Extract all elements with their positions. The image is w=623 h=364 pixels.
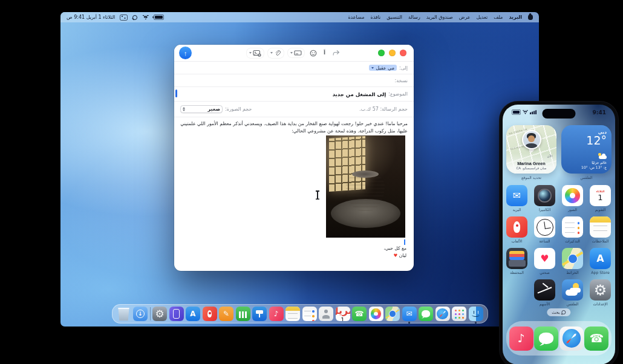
- zoom-window-button[interactable]: [378, 50, 385, 56]
- to-field[interactable]: إلى: مي عقيل: [174, 62, 414, 74]
- photos[interactable]: [369, 307, 383, 321]
- screenshot-canvas: البريد ملف تعديل عرض صندوق البريد رسالة …: [0, 0, 623, 364]
- weather-temp: 12°: [566, 135, 607, 147]
- menu-bar-clock[interactable]: الثلاثاء 1 أبريل 9:41 ص: [67, 15, 115, 20]
- image-size-select[interactable]: صغير: [180, 105, 223, 113]
- running-indicator-dot: [408, 322, 410, 323]
- app-games[interactable]: الألعاب: [506, 216, 527, 243]
- cc-field[interactable]: نسخة:: [174, 74, 414, 87]
- menu-help[interactable]: مساعدة: [348, 15, 364, 20]
- app-notes[interactable]: الملاحظات: [590, 216, 611, 243]
- app-camera[interactable]: الكاميرا: [534, 185, 555, 212]
- menu-view[interactable]: عرض: [459, 15, 471, 20]
- downloads-folder[interactable]: ↓: [133, 307, 148, 321]
- wifi-icon: [523, 110, 528, 114]
- menu-message[interactable]: رسالة: [408, 15, 420, 20]
- text-caret: [175, 89, 177, 97]
- system-settings[interactable]: ⚙: [152, 307, 167, 321]
- findmy-city: سان فرانسيسكو، CA: [506, 166, 556, 171]
- message-body[interactable]: مرحبا ماما! عندي خبر حلو! رجعت لهواية صن…: [174, 117, 414, 135]
- finder[interactable]: [469, 307, 483, 321]
- menu-bar: البريد ملف تعديل عرض صندوق البريد رسالة …: [60, 12, 539, 22]
- contacts[interactable]: [319, 307, 333, 321]
- pages[interactable]: ✎: [219, 307, 233, 321]
- games[interactable]: [203, 307, 217, 321]
- iphone-status-icons: [512, 109, 537, 115]
- message-size-text: حجم الرسالة: 57 ك.ب.: [359, 106, 408, 112]
- calendar[interactable]: أبريل 1: [336, 307, 350, 321]
- reminders[interactable]: [302, 307, 317, 321]
- app-calendar[interactable]: الثلاثاء 1 التقويم: [590, 185, 611, 212]
- emoji-button[interactable]: [308, 48, 318, 58]
- home-search-button[interactable]: بحث: [547, 308, 570, 316]
- mail-compose-window: ↑: [174, 45, 414, 271]
- dock-separator: [150, 307, 151, 320]
- wifi-icon[interactable]: [142, 15, 149, 20]
- battery-icon[interactable]: [154, 15, 164, 20]
- app-maps[interactable]: الخرائط: [562, 248, 583, 275]
- app-clock[interactable]: الساعة: [534, 216, 555, 243]
- cc-label: نسخة:: [394, 78, 408, 83]
- control-center-icon[interactable]: [120, 15, 128, 21]
- notes[interactable]: [285, 307, 300, 321]
- menu-edit[interactable]: تعديل: [477, 15, 488, 20]
- attach-file-button[interactable]: [268, 48, 284, 58]
- subject-label: الموضوع:: [388, 91, 408, 97]
- send-button[interactable]: ↑: [179, 47, 192, 59]
- menu-status-items: الثلاثاء 1 أبريل 9:41 ص: [67, 15, 164, 21]
- search-label: بحث: [552, 310, 559, 315]
- app-reminders[interactable]: التذكيرات: [562, 216, 583, 243]
- insert-photo-button[interactable]: [247, 48, 264, 58]
- attached-pottery-photo[interactable]: [326, 135, 405, 238]
- app-store[interactable]: A: [186, 307, 200, 321]
- maps[interactable]: [385, 307, 400, 321]
- close-window-button[interactable]: [400, 50, 406, 56]
- trash[interactable]: [117, 307, 131, 321]
- findmy-widget[interactable]: NA GREEN DR MARINA BLVD الآن Marina Gree…: [506, 125, 556, 174]
- weather-high-low: ع: °13 ص: °10: [566, 165, 607, 169]
- app-grid: الثلاثاء 1 التقويم الصور: [506, 185, 611, 306]
- dynamic-island: [543, 109, 576, 119]
- subject-field[interactable]: الموضوع: إلى المشغل من جديد: [174, 87, 414, 102]
- iphone-clock: 9:41: [593, 109, 606, 115]
- phone-dock-music[interactable]: ♪: [509, 327, 533, 351]
- menu-window[interactable]: نافذة: [370, 15, 380, 20]
- weather-widget[interactable]: دبي 12° غائم جزئيًا ع: °13 ص: °10: [561, 125, 612, 174]
- signature-line1: مع كل حبي،: [383, 245, 406, 252]
- app-settings[interactable]: ⚙ الإعدادات: [590, 279, 611, 306]
- share-button[interactable]: [331, 48, 341, 57]
- menu-file[interactable]: ملف: [494, 15, 503, 20]
- app-health[interactable]: ♥ صحتي: [534, 248, 555, 275]
- minimize-window-button[interactable]: [389, 50, 396, 56]
- menu-mail[interactable]: البريد: [509, 15, 522, 20]
- menu-mailbox[interactable]: صندوق البريد: [426, 15, 453, 20]
- app-stocks[interactable]: الأسهم: [534, 279, 555, 306]
- app-wallet[interactable]: المحفظة: [506, 248, 527, 275]
- phone-dock-phone[interactable]: ☎: [584, 327, 608, 351]
- spotlight-search-icon[interactable]: [132, 15, 137, 20]
- app-photos[interactable]: الصور: [562, 185, 583, 212]
- findmy-timestamp: الآن: [547, 154, 552, 158]
- app-appstore[interactable]: A App Store: [590, 248, 611, 275]
- app-mail[interactable]: ✉ البريد: [506, 185, 527, 212]
- phone[interactable]: ☎: [352, 307, 367, 321]
- menu-format[interactable]: التنسيق: [387, 15, 402, 20]
- iphone-mirroring[interactable]: [169, 307, 184, 321]
- numbers[interactable]: [236, 307, 250, 321]
- music[interactable]: ♪: [269, 307, 284, 321]
- phone-dock-messages[interactable]: [534, 327, 558, 351]
- apple-logo-icon[interactable]: [528, 15, 533, 20]
- image-size-value: صغير: [208, 106, 221, 112]
- format-panel-button[interactable]: [288, 48, 304, 57]
- mail[interactable]: ✉: [402, 307, 417, 321]
- phone-dock-safari[interactable]: [559, 327, 584, 351]
- recipient-token[interactable]: مي عقيل: [369, 65, 397, 71]
- keynote[interactable]: [252, 307, 267, 321]
- launchpad[interactable]: [452, 307, 466, 321]
- app-weather[interactable]: الطقس: [562, 279, 583, 306]
- findmy-place: Marina Green: [506, 161, 556, 167]
- messages[interactable]: [419, 307, 433, 321]
- to-label: إلى:: [399, 65, 408, 71]
- text-style-button[interactable]: اَ: [322, 49, 327, 57]
- safari[interactable]: [435, 307, 450, 321]
